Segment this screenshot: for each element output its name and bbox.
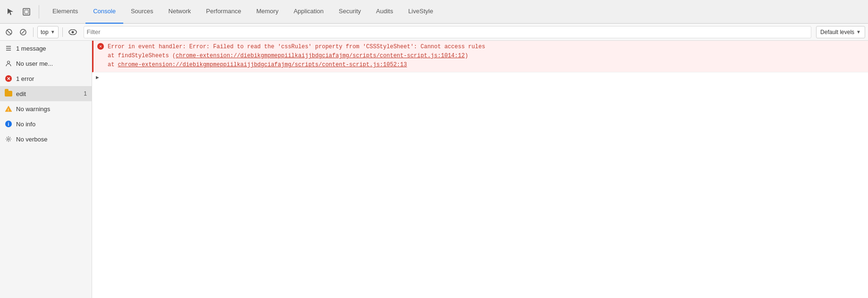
folder-icon	[5, 90, 12, 97]
verbose-label: No verbose	[16, 136, 47, 143]
info-icon: i	[5, 120, 12, 128]
error-entry-text: Error in event handler: Error: Failed to…	[108, 43, 864, 70]
tab-console[interactable]: Console	[85, 0, 123, 24]
svg-point-13	[8, 138, 9, 140]
tab-memory[interactable]: Memory	[249, 0, 286, 24]
error-stack-line2: at chrome-extension://diebikgmpmeppiilka…	[108, 61, 407, 68]
tab-bar: Elements Console Sources Network Perform…	[0, 0, 868, 24]
messages-label: 1 message	[16, 45, 46, 52]
gear-icon	[5, 135, 12, 143]
sidebar-item-edit[interactable]: edit 1	[0, 86, 92, 101]
error-stack-line1: at findStyleSheets (chrome-extension://d…	[108, 53, 468, 59]
expand-arrow-symbol: ▶	[96, 75, 99, 80]
svg-point-7	[71, 31, 74, 33]
tab-elements[interactable]: Elements	[45, 0, 85, 24]
box-select-icon[interactable]	[20, 5, 33, 18]
error-icon: ✕	[5, 75, 12, 82]
sidebar-item-verbose[interactable]: No verbose	[0, 131, 92, 147]
edit-count: 1	[84, 90, 87, 97]
pointer-icon[interactable]	[4, 5, 17, 18]
console-toolbar: top ▼ Default levels ▼	[0, 24, 868, 41]
info-label: No info	[16, 121, 35, 128]
error-main-message: Error in event handler: Error: Failed to…	[108, 44, 485, 50]
sidebar-item-info[interactable]: i No info	[0, 116, 92, 131]
error-link-2[interactable]: chrome-extension://diebikgmpmeppiilkaijj…	[118, 61, 407, 68]
preserve-log-button[interactable]	[17, 26, 29, 38]
eye-button[interactable]	[67, 26, 79, 38]
error-entry-icon: ✕	[97, 43, 104, 50]
context-selector[interactable]: top ▼	[37, 26, 59, 38]
main-area: 1 message No user me... ✕ 1 error e	[0, 41, 868, 298]
svg-rect-1	[25, 10, 28, 14]
clear-console-button[interactable]	[3, 26, 15, 38]
svg-line-5	[22, 31, 25, 34]
devtools-icons	[4, 5, 39, 18]
svg-rect-0	[23, 9, 30, 15]
console-error-entry: ✕ Error in event handler: Error: Failed …	[92, 41, 868, 72]
context-value: top	[41, 29, 49, 35]
filter-container	[84, 26, 811, 38]
warning-icon: !	[5, 105, 12, 113]
user-label: No user me...	[16, 60, 53, 67]
tab-livestyle[interactable]: LiveStyle	[400, 0, 441, 24]
sidebar-item-messages[interactable]: 1 message	[0, 41, 92, 56]
toolbar-separator-2	[62, 27, 63, 37]
tab-network[interactable]: Network	[161, 0, 199, 24]
tab-security[interactable]: Security	[331, 0, 368, 24]
svg-point-11	[8, 61, 10, 63]
errors-label: 1 error	[16, 75, 34, 82]
svg-line-3	[7, 30, 11, 34]
console-area: ✕ Error in event handler: Error: Failed …	[92, 41, 868, 298]
svg-text:!: !	[8, 108, 9, 112]
tab-performance[interactable]: Performance	[198, 0, 248, 24]
default-levels-chevron: ▼	[856, 29, 861, 35]
sidebar-item-errors[interactable]: ✕ 1 error	[0, 71, 92, 86]
default-levels-label: Default levels	[820, 29, 854, 35]
tab-application[interactable]: Application	[286, 0, 332, 24]
warnings-label: No warnings	[16, 105, 50, 113]
edit-label: edit	[16, 90, 26, 97]
tab-audits[interactable]: Audits	[368, 0, 400, 24]
error-link-1[interactable]: chrome-extension://diebikgmpmeppiilkaijj…	[176, 53, 465, 59]
filter-input[interactable]	[84, 28, 811, 35]
user-icon	[5, 60, 12, 67]
sidebar-item-warnings[interactable]: ! No warnings	[0, 101, 92, 116]
list-icon	[5, 44, 12, 52]
sidebar: 1 message No user me... ✕ 1 error e	[0, 41, 92, 298]
toolbar-separator-1	[33, 27, 34, 37]
sidebar-item-user[interactable]: No user me...	[0, 56, 92, 71]
context-chevron: ▼	[51, 29, 55, 35]
default-levels-button[interactable]: Default levels ▼	[816, 26, 865, 38]
tab-sources[interactable]: Sources	[123, 0, 161, 24]
expand-arrow[interactable]: ▶	[92, 72, 868, 82]
